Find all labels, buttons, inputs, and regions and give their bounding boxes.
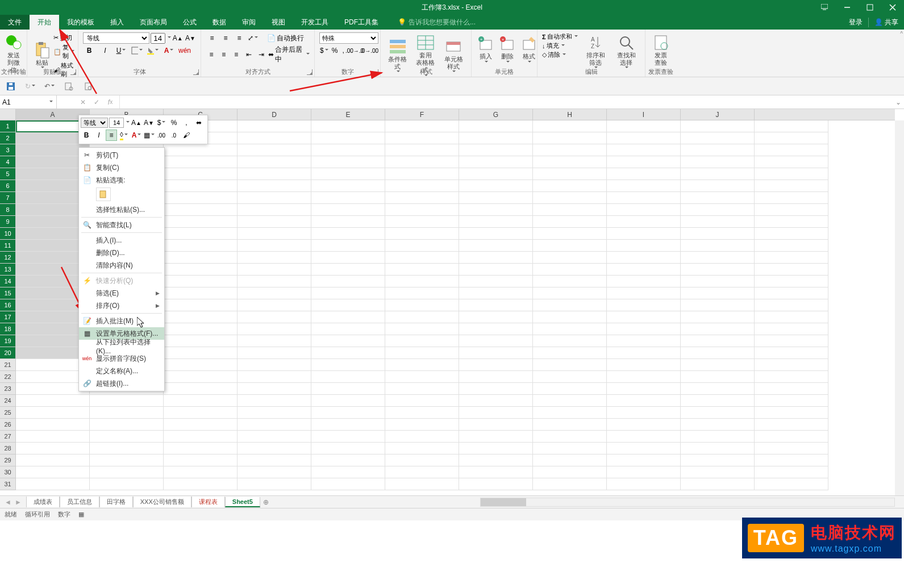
- cell[interactable]: [238, 335, 311, 347]
- cell[interactable]: [164, 228, 238, 240]
- cell[interactable]: [755, 466, 828, 478]
- cell[interactable]: [681, 359, 755, 371]
- cell[interactable]: [311, 347, 385, 359]
- cell[interactable]: [681, 419, 755, 431]
- ctx-sort[interactable]: 排序(O)▶: [79, 299, 164, 312]
- column-header-F[interactable]: F: [385, 109, 459, 120]
- cell[interactable]: [90, 407, 164, 419]
- cell[interactable]: [459, 454, 533, 466]
- cell[interactable]: [385, 287, 459, 299]
- cell[interactable]: [533, 240, 607, 252]
- cell[interactable]: [533, 156, 607, 168]
- cell[interactable]: [607, 419, 681, 431]
- cell[interactable]: [755, 359, 828, 371]
- mini-format-painter-icon[interactable]: 🖌: [181, 130, 192, 141]
- column-header-H[interactable]: H: [533, 109, 607, 120]
- column-header-E[interactable]: E: [311, 109, 385, 120]
- mini-dec-decimal-icon[interactable]: .0: [168, 130, 180, 141]
- cell[interactable]: [311, 335, 385, 347]
- ctx-smart-lookup[interactable]: 🔍智能查找(L): [79, 219, 164, 231]
- cell[interactable]: [385, 431, 459, 443]
- mini-currency-icon[interactable]: $: [156, 117, 167, 128]
- clear-button[interactable]: ◇清除: [542, 51, 579, 59]
- cell[interactable]: [385, 466, 459, 478]
- cell[interactable]: [385, 407, 459, 419]
- cell[interactable]: [16, 466, 90, 478]
- cell[interactable]: [681, 323, 755, 335]
- tab-file[interactable]: 文件: [0, 15, 30, 30]
- tab-developer[interactable]: 开发工具: [293, 15, 336, 30]
- fill-color-button[interactable]: [147, 45, 159, 56]
- cell[interactable]: [533, 431, 607, 443]
- tab-pdf-tools[interactable]: PDF工具集: [336, 15, 386, 30]
- cell[interactable]: [459, 156, 533, 168]
- cell[interactable]: [755, 264, 828, 276]
- horizontal-scrollbar[interactable]: [480, 498, 895, 507]
- cell[interactable]: [385, 371, 459, 383]
- close-button[interactable]: [881, 0, 904, 15]
- print-preview-button[interactable]: [82, 80, 94, 93]
- cell[interactable]: [681, 156, 755, 168]
- cell[interactable]: [681, 299, 755, 311]
- cell[interactable]: [238, 299, 311, 311]
- cell[interactable]: [385, 240, 459, 252]
- column-header-D[interactable]: D: [238, 109, 311, 120]
- cell[interactable]: [164, 335, 238, 347]
- row-header-30[interactable]: 30: [0, 466, 15, 478]
- cell[interactable]: [311, 419, 385, 431]
- cell[interactable]: [533, 287, 607, 299]
- cell[interactable]: [311, 180, 385, 192]
- cell[interactable]: [238, 311, 311, 323]
- cell[interactable]: [607, 311, 681, 323]
- row-header-4[interactable]: 4: [0, 156, 15, 168]
- increase-font-icon[interactable]: A▲: [172, 32, 184, 44]
- cell[interactable]: [459, 204, 533, 216]
- cell[interactable]: [385, 311, 459, 323]
- cell[interactable]: [311, 192, 385, 204]
- align-middle-icon[interactable]: ≡: [219, 32, 232, 44]
- tab-formulas[interactable]: 公式: [175, 15, 205, 30]
- cell[interactable]: [681, 132, 755, 144]
- cell[interactable]: [607, 431, 681, 443]
- row-header-24[interactable]: 24: [0, 395, 15, 407]
- expand-formula-bar-icon[interactable]: ⌄: [893, 98, 904, 106]
- cell[interactable]: [164, 407, 238, 419]
- invoice-check-button[interactable]: 发票 查验: [650, 32, 672, 68]
- cell[interactable]: [681, 287, 755, 299]
- font-launcher[interactable]: [193, 69, 199, 75]
- sheet-tab-5[interactable]: Sheet5: [225, 497, 260, 507]
- align-right-icon[interactable]: ≡: [231, 49, 242, 60]
- cell[interactable]: [238, 264, 311, 276]
- cell[interactable]: [459, 311, 533, 323]
- cell[interactable]: [459, 287, 533, 299]
- cell[interactable]: [681, 204, 755, 216]
- cell[interactable]: [90, 478, 164, 490]
- cell[interactable]: [681, 443, 755, 454]
- cell[interactable]: [681, 240, 755, 252]
- cell[interactable]: [607, 168, 681, 180]
- row-header-16[interactable]: 16: [0, 299, 15, 311]
- cell[interactable]: [755, 132, 828, 144]
- cell[interactable]: [385, 359, 459, 371]
- cell[interactable]: [385, 120, 459, 132]
- cell[interactable]: [681, 228, 755, 240]
- cell[interactable]: [311, 478, 385, 490]
- ctx-show-phonetic[interactable]: wén显示拼音字段(S): [79, 352, 164, 365]
- cell[interactable]: [681, 276, 755, 287]
- cell[interactable]: [681, 216, 755, 228]
- bold-button[interactable]: B: [83, 45, 95, 56]
- cell[interactable]: [385, 180, 459, 192]
- cell[interactable]: [164, 454, 238, 466]
- collapse-ribbon-icon[interactable]: ^: [900, 31, 903, 37]
- percent-format-icon[interactable]: %: [331, 45, 339, 56]
- cell[interactable]: [607, 180, 681, 192]
- cell[interactable]: [533, 192, 607, 204]
- number-launcher[interactable]: [373, 69, 378, 75]
- cell[interactable]: [385, 132, 459, 144]
- vertical-scrollbar[interactable]: [895, 120, 904, 495]
- cell[interactable]: [311, 144, 385, 156]
- sheet-nav-first-icon[interactable]: ◄: [5, 498, 11, 506]
- row-header-1[interactable]: 1: [0, 120, 15, 132]
- row-header-13[interactable]: 13: [0, 264, 15, 276]
- cell[interactable]: [385, 204, 459, 216]
